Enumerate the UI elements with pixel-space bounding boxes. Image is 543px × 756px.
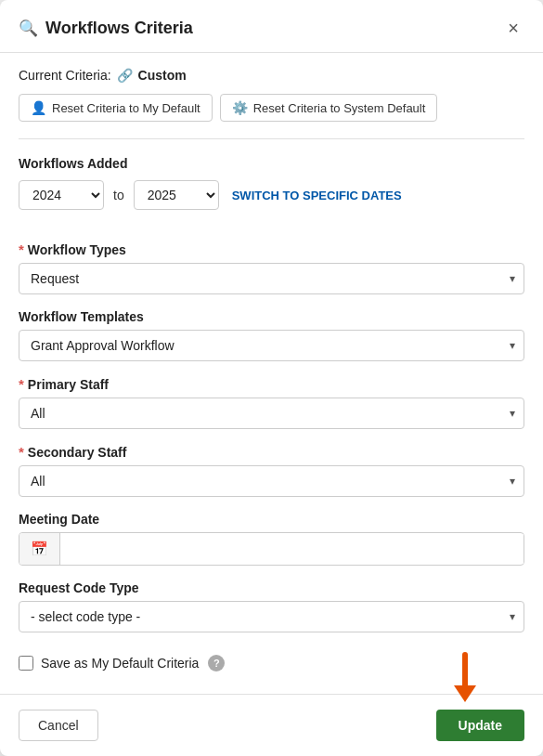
meeting-date-row: 📅 — [19, 532, 524, 566]
request-code-type-group: Request Code Type - select code type - T… — [19, 580, 524, 632]
modal-title: 🔍 Workflows Criteria — [19, 19, 193, 38]
primary-staff-select-wrapper: All Staff A Staff B ▾ — [19, 398, 524, 429]
calendar-button[interactable]: 📅 — [19, 533, 60, 565]
workflow-templates-label: Workflow Templates — [19, 309, 524, 324]
save-default-row: Save as My Default Criteria ? — [19, 655, 524, 671]
modal-body: Current Criteria: 🔗 Custom 👤 Reset Crite… — [0, 53, 543, 694]
secondary-staff-group: * Secondary Staff All Staff A Staff B ▾ — [19, 444, 524, 497]
workflow-types-group: * Workflow Types Request Approval Review… — [19, 241, 524, 294]
secondary-staff-label: * Secondary Staff — [19, 444, 524, 460]
arrow-body — [462, 652, 468, 685]
workflow-types-label: * Workflow Types — [19, 241, 524, 257]
reset-system-default-button[interactable]: ⚙️ Reset Criteria to System Default — [220, 94, 438, 122]
reset-buttons-row: 👤 Reset Criteria to My Default ⚙️ Reset … — [19, 94, 524, 122]
year-range-row: 2024 2023 2022 2025 to 2025 2024 2026 SW… — [19, 180, 524, 210]
workflow-templates-select-wrapper: Grant Approval Workflow Budget Workflow … — [19, 330, 524, 361]
update-button[interactable]: Update — [436, 710, 524, 741]
meeting-date-label: Meeting Date — [19, 512, 524, 527]
secondary-staff-select[interactable]: All Staff A Staff B — [19, 465, 524, 497]
workflow-types-select[interactable]: Request Approval Review — [19, 263, 524, 294]
required-star-3: * — [19, 444, 24, 460]
help-icon[interactable]: ? — [208, 655, 225, 671]
modal-footer: Cancel Update — [0, 694, 543, 756]
primary-staff-select[interactable]: All Staff A Staff B — [19, 398, 524, 429]
workflow-types-select-wrapper: Request Approval Review ▾ — [19, 263, 524, 294]
gear-icon: ⚙️ — [232, 100, 248, 115]
date-input[interactable] — [60, 534, 524, 564]
to-year-select[interactable]: 2025 2024 2026 — [134, 180, 219, 210]
close-button[interactable]: × — [502, 17, 524, 39]
current-criteria-row: Current Criteria: 🔗 Custom — [19, 68, 524, 83]
divider — [19, 138, 524, 139]
save-default-checkbox[interactable] — [19, 656, 33, 671]
request-code-type-select-wrapper: - select code type - Type A Type B Type … — [19, 601, 524, 632]
save-default-label: Save as My Default Criteria — [41, 656, 199, 671]
search-icon: 🔍 — [19, 19, 38, 38]
request-code-type-select[interactable]: - select code type - Type A Type B Type … — [19, 601, 524, 632]
meeting-date-group: Meeting Date 📅 — [19, 512, 524, 566]
primary-staff-group: * Primary Staff All Staff A Staff B ▾ — [19, 376, 524, 429]
criteria-value: Custom — [138, 68, 187, 83]
switch-to-specific-dates-link[interactable]: SWITCH TO SPECIFIC DATES — [232, 189, 402, 202]
calendar-icon: 📅 — [31, 541, 48, 557]
person-icon: 👤 — [31, 100, 46, 115]
reset-my-default-button[interactable]: 👤 Reset Criteria to My Default — [19, 94, 213, 122]
required-star: * — [19, 241, 24, 257]
from-year-select[interactable]: 2024 2023 2022 2025 — [19, 180, 104, 210]
required-star-2: * — [19, 376, 24, 392]
primary-staff-label: * Primary Staff — [19, 376, 524, 392]
workflows-added-label: Workflows Added — [19, 156, 524, 171]
request-code-type-label: Request Code Type — [19, 580, 524, 595]
secondary-staff-select-wrapper: All Staff A Staff B ▾ — [19, 465, 524, 497]
current-criteria-label: Current Criteria: — [19, 68, 111, 83]
workflows-criteria-modal: 🔍 Workflows Criteria × Current Criteria:… — [0, 0, 543, 756]
workflow-templates-group: Workflow Templates Grant Approval Workfl… — [19, 309, 524, 361]
workflows-added-group: Workflows Added 2024 2023 2022 2025 to 2… — [19, 156, 524, 227]
cancel-button[interactable]: Cancel — [19, 710, 98, 741]
workflow-templates-select[interactable]: Grant Approval Workflow Budget Workflow … — [19, 330, 524, 361]
to-label: to — [113, 188, 124, 202]
link-icon: 🔗 — [117, 68, 133, 83]
modal-header: 🔍 Workflows Criteria × — [0, 0, 543, 53]
arrow-head — [454, 685, 476, 702]
arrow-indicator — [454, 652, 476, 702]
